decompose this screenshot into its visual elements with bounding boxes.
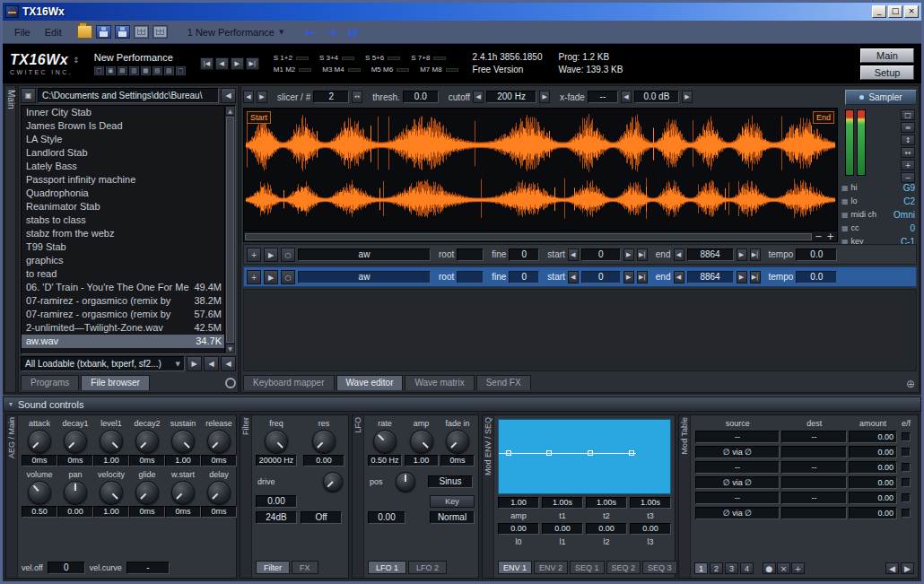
drive-knob[interactable] — [323, 472, 343, 492]
forward-arrow-icon[interactable]: → — [327, 25, 337, 39]
mod-tool-button[interactable]: ● — [763, 562, 776, 574]
env-value-field[interactable]: 0.00 — [630, 523, 671, 535]
env-value-field[interactable]: 0.00 — [498, 523, 539, 535]
wave-tool-button[interactable]: ↕ — [901, 135, 915, 145]
knob[interactable] — [312, 430, 336, 453]
editor-tab[interactable]: Wave editor — [336, 375, 404, 390]
header-tool-icon[interactable]: ▥ — [129, 66, 139, 75]
start-inc-button[interactable]: ▶ — [623, 248, 634, 261]
knob[interactable] — [28, 481, 51, 504]
knob[interactable] — [410, 430, 433, 453]
drive-value-field[interactable]: 0.00 — [256, 495, 297, 508]
midi-info-row[interactable]: ▦ hi G9 — [841, 182, 915, 193]
mod-amount-field[interactable]: 0.00 — [849, 492, 897, 504]
knob[interactable] — [64, 481, 87, 504]
velcurve-field[interactable]: - — [126, 562, 170, 574]
file-row[interactable]: LA Style — [22, 133, 235, 146]
knob[interactable] — [135, 430, 159, 453]
sync-icon[interactable]: ⇄ — [348, 25, 359, 39]
knob[interactable] — [171, 481, 195, 504]
file-row[interactable]: 06. 'D' Train - You're The One For Me 49… — [22, 281, 235, 294]
mod-dest-select[interactable]: -- — [781, 431, 847, 443]
env-value-field[interactable]: 1.00s — [586, 497, 627, 509]
editor-tab[interactable]: Keyboard mapper — [243, 375, 335, 390]
sample-name-field[interactable]: aw — [298, 248, 431, 261]
mod-page-button[interactable]: 1 — [694, 562, 708, 574]
path-field[interactable]: C:\Documents and Settings\ddc\Bureau\ — [38, 88, 219, 103]
file-row[interactable]: Passport infinity machine — [22, 173, 235, 187]
mod-dest-select[interactable]: -- — [781, 461, 847, 474]
sample-row[interactable]: + ▶ ○ aw root fine 0 start ◀ 0 ▶ ▶| end — [243, 266, 917, 287]
xfade-field[interactable]: -- — [588, 91, 618, 103]
mod-source-select[interactable]: ∅ via ∅ — [695, 476, 780, 489]
gain-inc-button[interactable]: ▶ — [682, 91, 693, 103]
knob[interactable] — [207, 481, 231, 504]
mod-amount-field[interactable]: 0.00 — [849, 431, 897, 443]
file-row[interactable]: 07-ramirez - orgasmico (remix by 57.6M — [22, 308, 235, 321]
scroll-up-icon[interactable]: ▲ — [225, 106, 235, 116]
wave-tool-button[interactable]: ↔ — [901, 147, 915, 158]
menu-item[interactable]: File — [8, 24, 37, 40]
minimize-button[interactable]: _ — [872, 5, 886, 18]
mod-tool-button[interactable]: + — [791, 562, 805, 574]
logo-spinner-icon[interactable]: ↕ — [73, 56, 80, 65]
mod-ef-checkbox[interactable] — [902, 432, 911, 441]
path-up-button[interactable]: ◀ — [221, 88, 236, 103]
channel-tab[interactable]: S 1+2 — [274, 54, 309, 62]
file-list-scrollbar[interactable]: ▲ ▼ — [224, 106, 235, 353]
knob[interactable] — [171, 430, 195, 453]
file-row[interactable]: aw.wav 34.7K — [22, 335, 235, 348]
editor-tab[interactable]: Send FX — [476, 375, 531, 390]
knob[interactable] — [100, 430, 123, 453]
channel-tab[interactable]: M3 M4 — [322, 65, 360, 74]
midi-info-row[interactable]: ▦ lo C2 — [841, 196, 915, 206]
fine-field[interactable]: 0 — [509, 271, 539, 283]
back-arrow-icon[interactable]: ← — [305, 25, 316, 39]
lfo-tab[interactable]: LFO 2 — [408, 561, 447, 574]
slicer-count-field[interactable]: 2 — [313, 91, 349, 103]
knob[interactable] — [373, 430, 397, 453]
mod-ef-checkbox[interactable] — [902, 493, 911, 502]
loop-button[interactable]: ○ — [281, 270, 295, 284]
transport-button[interactable]: |◀ — [200, 57, 214, 70]
end-marker[interactable]: End — [813, 111, 834, 124]
lfo-tab[interactable]: LFO 1 — [368, 561, 406, 574]
veloff-field[interactable]: 0 — [48, 562, 85, 574]
threshold-field[interactable]: 0.0 — [403, 91, 439, 103]
midi-info-row[interactable]: ▦ midi ch Omni — [841, 209, 915, 220]
env-value-field[interactable]: 0.00 — [586, 523, 627, 535]
env-value-field[interactable]: 1.00s — [630, 497, 671, 509]
channel-tab[interactable]: M5 M6 — [371, 65, 409, 74]
browser-tab[interactable]: File browser — [81, 375, 149, 390]
header-tool-icon[interactable]: □ — [94, 66, 104, 75]
mod-amount-field[interactable]: 0.00 — [849, 446, 897, 458]
header-tool-icon[interactable]: ▣ — [106, 66, 116, 75]
mod-amount-field[interactable]: 0.00 — [849, 461, 897, 474]
file-row[interactable]: stabs to class — [22, 214, 235, 227]
mod-dest-select[interactable] — [781, 446, 847, 458]
mod-amount-field[interactable]: 0.00 — [849, 507, 897, 519]
lfo-key-button[interactable]: Key — [430, 495, 475, 508]
waveform-scrollbar[interactable]: − + — [244, 231, 837, 241]
end-snap-button[interactable]: ▶| — [750, 271, 761, 283]
channel-tab[interactable]: S 5+6 — [365, 54, 400, 62]
collapse-icon[interactable]: ▾ — [9, 400, 13, 408]
file-row[interactable]: Landlord Stab — [22, 146, 235, 160]
main-side-tab[interactable]: Main — [4, 85, 16, 393]
wave-nav-right-button[interactable]: ▶ — [257, 91, 267, 103]
lfo-pos-knob[interactable] — [396, 472, 415, 492]
file-row[interactable]: T99 Stab — [22, 240, 235, 254]
wave-nav-left-button[interactable]: ◀ — [243, 91, 254, 103]
mod-source-select[interactable]: -- — [695, 431, 780, 443]
waveform-canvas[interactable] — [245, 109, 836, 230]
matrix-grid-icon[interactable] — [153, 25, 168, 39]
wave-tool-button[interactable]: ≡ — [901, 122, 915, 133]
fine-field[interactable]: 0 — [509, 248, 539, 261]
knob[interactable] — [28, 430, 51, 453]
editor-tab[interactable]: Wave matrix — [405, 375, 474, 390]
browser-view-icon[interactable]: ▣ — [21, 88, 36, 103]
end-dec-button[interactable]: ◀ — [674, 248, 684, 261]
root-field[interactable] — [457, 248, 484, 261]
knob[interactable] — [265, 430, 288, 453]
program-grid-icon[interactable] — [134, 25, 149, 39]
